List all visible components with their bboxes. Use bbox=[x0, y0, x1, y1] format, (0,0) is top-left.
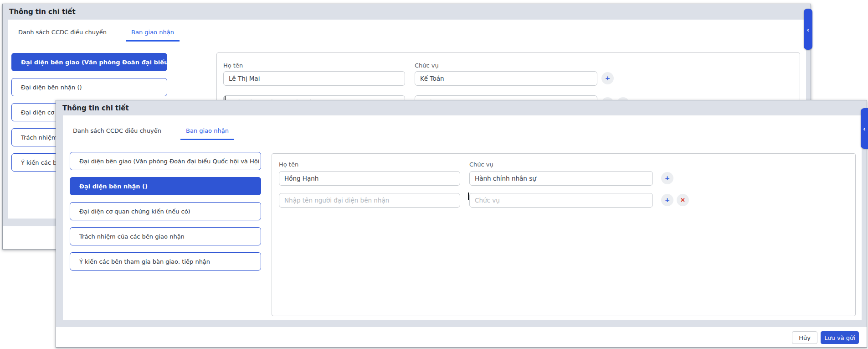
text-caret bbox=[468, 193, 469, 200]
chevron-left-icon: ‹ bbox=[863, 125, 866, 132]
name-input-row1[interactable] bbox=[279, 171, 460, 186]
front-modal-title: Thông tin chi tiết bbox=[62, 104, 129, 112]
screen: Thông tin chi tiết Danh sách CCDC điều c… bbox=[0, 0, 868, 349]
name-label: Họ tên bbox=[223, 62, 243, 69]
chevron-left-icon: ‹ bbox=[807, 26, 809, 33]
front-modal-body: Danh sách CCDC điều chuyển Ban giao nhận… bbox=[63, 115, 862, 320]
section-button-dai-dien-ben-giao[interactable]: Đại diện bên giao (Văn phòng Đoàn đại bi… bbox=[70, 152, 261, 170]
section-button-dai-dien-ben-nhan[interactable]: Đại diện bên nhận () bbox=[11, 78, 167, 96]
front-modal-titlebar: Thông tin chi tiết bbox=[56, 100, 867, 115]
tab-danh-sach-ccdc[interactable]: Danh sách CCDC điều chuyển bbox=[13, 29, 112, 42]
save-and-send-button[interactable]: Lưu và gửi bbox=[821, 331, 859, 344]
back-modal-titlebar: Thông tin chi tiết bbox=[3, 4, 811, 19]
section-button-dai-dien-ben-giao[interactable]: Đại diện bên giao (Văn phòng Đoàn đại bi… bbox=[11, 53, 167, 71]
tab-ban-giao-nhan[interactable]: Ban giao nhận bbox=[126, 29, 180, 42]
name-input-row2[interactable] bbox=[279, 193, 460, 208]
plus-icon: + bbox=[665, 196, 670, 204]
front-modal-tabs: Danh sách CCDC điều chuyển Ban giao nhận bbox=[67, 127, 234, 140]
plus-icon: + bbox=[606, 74, 610, 82]
back-modal-tabs: Danh sách CCDC điều chuyển Ban giao nhận bbox=[13, 29, 180, 42]
tab-danh-sach-ccdc[interactable]: Danh sách CCDC điều chuyển bbox=[67, 127, 167, 140]
add-row-button[interactable]: + bbox=[661, 194, 673, 206]
collapse-panel-button[interactable]: ‹ bbox=[861, 108, 868, 149]
collapse-panel-button[interactable]: ‹ bbox=[804, 9, 812, 50]
front-modal: Thông tin chi tiết Danh sách CCDC điều c… bbox=[56, 100, 867, 348]
position-input-row2[interactable] bbox=[469, 193, 653, 208]
name-input-row1[interactable] bbox=[223, 71, 405, 86]
position-label: Chức vụ bbox=[415, 62, 439, 69]
front-modal-form-panel: Họ tên Chức vụ + + ✕ bbox=[272, 153, 856, 316]
front-modal-footer: Hủy Lưu và gửi bbox=[56, 327, 867, 347]
section-button-y-kien[interactable]: Ý kiến các bên tham gia bàn giao, tiếp n… bbox=[70, 252, 261, 271]
remove-row-button[interactable]: ✕ bbox=[677, 194, 689, 206]
plus-icon: + bbox=[665, 174, 670, 182]
section-button-trach-nhiem[interactable]: Trách nhiệm của các bên giao nhận bbox=[70, 227, 261, 245]
position-input-row1[interactable] bbox=[415, 71, 597, 86]
position-input-row1[interactable] bbox=[469, 171, 653, 186]
name-label: Họ tên bbox=[279, 161, 298, 168]
position-label: Chức vụ bbox=[469, 161, 493, 168]
remove-icon: ✕ bbox=[680, 197, 685, 203]
tab-ban-giao-nhan[interactable]: Ban giao nhận bbox=[180, 127, 234, 140]
section-button-dai-dien-ben-nhan[interactable]: Đại diện bên nhận () bbox=[70, 177, 261, 195]
add-row-button[interactable]: + bbox=[661, 172, 673, 184]
add-row-button[interactable]: + bbox=[601, 72, 614, 84]
back-modal-title: Thông tin chi tiết bbox=[9, 8, 76, 16]
section-button-dai-dien-co-quan[interactable]: Đại diện cơ quan chứng kiến (nếu có) bbox=[70, 202, 261, 220]
cancel-button[interactable]: Hủy bbox=[792, 331, 817, 344]
